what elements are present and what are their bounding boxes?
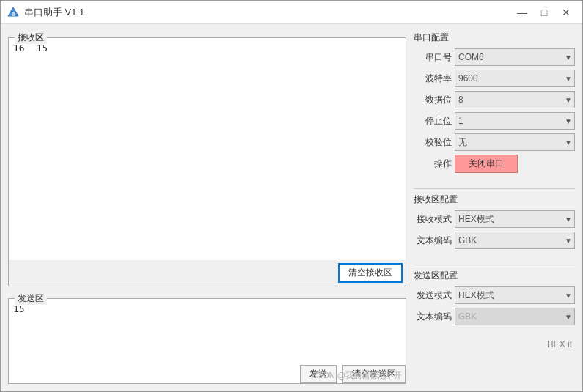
hex-it-label: HEX it: [547, 339, 572, 350]
serial-config-title: 串口配置: [414, 32, 575, 44]
receive-encoding-select[interactable]: GBK: [455, 232, 575, 249]
receive-encoding-row: 文本编码 GBK ▼: [414, 232, 575, 249]
close-port-button[interactable]: 关闭串口: [455, 155, 518, 173]
divider-2: [414, 265, 575, 265]
receive-encoding-label: 文本编码: [414, 234, 452, 247]
data-bits-select[interactable]: 8: [455, 91, 575, 108]
receive-label: 接收区: [15, 32, 47, 44]
operation-row: 操作 关闭串口: [414, 155, 575, 173]
data-bits-label: 数据位: [414, 94, 452, 106]
send-config-section: 发送区配置 发送模式 HEX模式 ▼ 文本编码 GBK: [414, 270, 575, 329]
stop-bits-label: 停止位: [414, 115, 452, 127]
send-mode-select[interactable]: HEX模式: [455, 286, 575, 304]
watermark: CSDN @我的藕粉泡不开: [312, 370, 402, 381]
right-panel: 串口配置 串口号 COM6 ▼ 波特率 9600: [414, 32, 575, 384]
divider-1: [414, 188, 575, 189]
data-bits-row: 数据位 8 ▼: [414, 91, 575, 108]
send-mode-label: 发送模式: [414, 289, 452, 302]
close-button[interactable]: ✕: [556, 4, 576, 21]
send-label: 发送区: [15, 292, 47, 305]
window-title: 串口助手 V1.1: [24, 6, 84, 19]
baud-select[interactable]: 9600: [455, 70, 575, 87]
baud-row: 波特率 9600 ▼: [414, 70, 575, 87]
send-config-title: 发送区配置: [414, 270, 575, 282]
main-content: 接收区 清空接收区 发送区 发送 清空发送区 CSDN @我的藕粉泡不开: [1, 24, 582, 391]
port-select[interactable]: COM6: [455, 48, 575, 66]
parity-select[interactable]: 无: [455, 133, 575, 151]
operation-label: 操作: [414, 158, 452, 170]
receive-config-title: 接收区配置: [414, 193, 575, 206]
parity-row: 校验位 无 ▼: [414, 133, 575, 151]
send-encoding-label: 文本编码: [414, 311, 452, 323]
receive-section: 接收区 清空接收区: [8, 37, 406, 286]
svg-rect-1: [12, 12, 15, 16]
send-encoding-select[interactable]: GBK: [455, 308, 575, 325]
receive-mode-select[interactable]: HEX模式: [455, 210, 575, 228]
title-bar: 串口助手 V1.1 — □ ✕: [1, 1, 582, 24]
send-mode-row: 发送模式 HEX模式 ▼: [414, 286, 575, 304]
receive-mode-row: 接收模式 HEX模式 ▼: [414, 210, 575, 228]
send-textarea[interactable]: [9, 299, 406, 361]
receive-config-section: 接收区配置 接收模式 HEX模式 ▼ 文本编码 GBK: [414, 193, 575, 253]
receive-textarea[interactable]: [9, 38, 406, 260]
parity-label: 校验位: [414, 136, 452, 149]
main-window: 串口助手 V1.1 — □ ✕ 接收区 清空接收区 发送区: [0, 0, 583, 392]
maximize-button[interactable]: □: [534, 4, 554, 21]
stop-bits-select[interactable]: 1: [455, 112, 575, 130]
serial-config-section: 串口配置 串口号 COM6 ▼ 波特率 9600: [414, 32, 575, 177]
receive-mode-label: 接收模式: [414, 213, 452, 226]
stop-bits-row: 停止位 1 ▼: [414, 112, 575, 130]
minimize-button[interactable]: —: [512, 4, 532, 21]
clear-receive-button[interactable]: 清空接收区: [338, 263, 403, 283]
app-icon: [7, 6, 20, 19]
send-encoding-row: 文本编码 GBK ▼: [414, 308, 575, 325]
left-panel: 接收区 清空接收区 发送区 发送 清空发送区 CSDN @我的藕粉泡不开: [8, 32, 406, 384]
baud-label: 波特率: [414, 73, 452, 85]
port-label: 串口号: [414, 51, 452, 64]
port-row: 串口号 COM6 ▼: [414, 48, 575, 66]
